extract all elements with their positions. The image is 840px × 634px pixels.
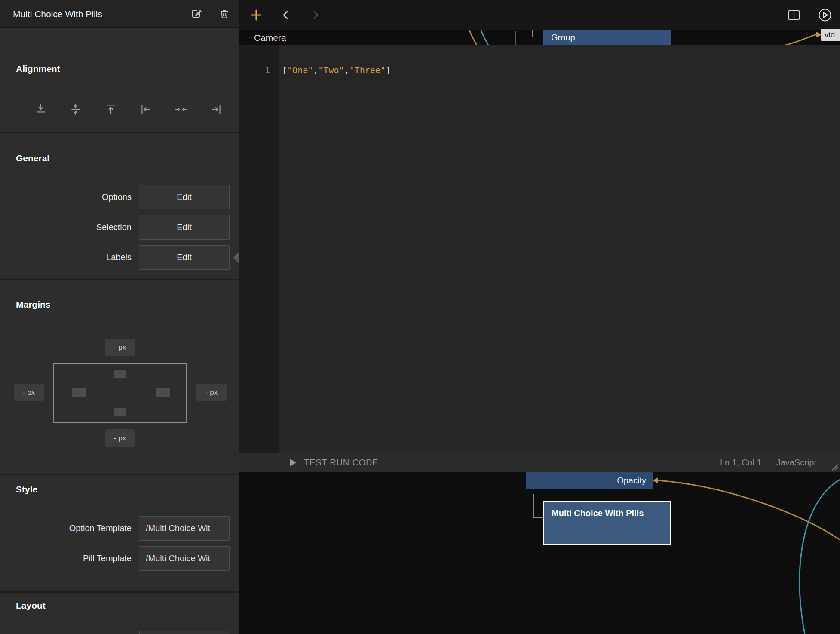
group-node[interactable]: Group [543, 30, 671, 45]
rename-icon[interactable] [189, 7, 204, 22]
margin-left-button[interactable]: - px [14, 384, 44, 401]
canvas-toolbar [239, 0, 840, 30]
layout-partial-button[interactable] [139, 631, 230, 634]
labels-row: Labels Edit [0, 245, 230, 270]
margin-bottom-button[interactable]: - px [105, 429, 135, 447]
group-child-bracket [533, 30, 543, 37]
code-token: "Three" [349, 65, 386, 75]
section-divider [0, 279, 239, 280]
margin-right-handle [156, 388, 170, 397]
inspector-title: Multi Choice With Pills [13, 0, 102, 28]
opacity-node[interactable]: Opacity [526, 472, 653, 489]
inspector-header: Multi Choice With Pills [0, 0, 239, 28]
wire-orange-top [469, 30, 477, 45]
trash-icon[interactable] [217, 7, 232, 22]
margins-section-title: Margins [16, 299, 51, 310]
play-icon [290, 459, 297, 467]
inspector-sidebar: Multi Choice With Pills Alignment [0, 0, 239, 634]
option-template-value[interactable]: /Multi Choice Wit [139, 516, 230, 541]
align-top-icon[interactable] [101, 100, 120, 119]
code-token: , [344, 65, 349, 75]
run-icon[interactable] [817, 7, 833, 23]
code-token: "One" [287, 65, 313, 75]
section-divider [0, 132, 239, 133]
code-line: ["One","Two","Three"] [279, 45, 840, 78]
cursor-position: Ln 1, Col 1 [720, 458, 762, 468]
code-input[interactable]: ["One","Two","Three"] [279, 45, 840, 453]
selection-edit-button[interactable]: Edit [139, 215, 230, 240]
forward-icon[interactable] [308, 7, 323, 23]
code-token: "Two" [318, 65, 344, 75]
options-edit-button[interactable]: Edit [139, 185, 230, 209]
align-left-icon[interactable] [136, 100, 155, 119]
general-section-title: General [16, 153, 49, 163]
labels-label: Labels [0, 252, 132, 262]
resize-grip-icon[interactable] [831, 463, 839, 471]
mcwp-child-bracket [534, 494, 543, 517]
section-divider [0, 474, 239, 475]
editor-popover-arrow [233, 252, 239, 264]
wire-teal-bottom [800, 480, 840, 634]
add-patch-icon[interactable] [248, 7, 264, 23]
options-row: Options Edit [0, 185, 230, 209]
editor-gutter: 1 [239, 45, 279, 453]
labels-edit-button[interactable]: Edit [139, 245, 230, 270]
pill-template-row: Pill Template /Multi Choice Wit [0, 546, 230, 571]
align-vertical-center-icon[interactable] [66, 100, 85, 119]
margin-top-handle [114, 370, 126, 378]
app-window: Multi Choice With Pills Alignment [0, 0, 840, 634]
code-token: , [313, 65, 318, 75]
margin-top-button[interactable]: - px [105, 339, 135, 356]
camera-node-title[interactable]: Camera [254, 33, 286, 43]
split-view-icon[interactable] [786, 7, 802, 23]
align-horizontal-center-icon[interactable] [172, 100, 190, 119]
layout-section-title: Layout [16, 600, 46, 611]
selected-patch-node[interactable]: Multi Choice With Pills [543, 501, 671, 545]
editor-statusbar: TEST RUN CODE Ln 1, Col 1 JavaScript [239, 453, 840, 472]
patch-editor-area: Camera Group Opacity Multi Choice With P… [239, 0, 840, 634]
options-label: Options [0, 192, 132, 202]
test-run-code-label: TEST RUN CODE [304, 458, 378, 468]
alignment-section-title: Alignment [16, 64, 60, 74]
selection-row: Selection Edit [0, 215, 230, 240]
code-token: ] [386, 65, 391, 75]
margin-bottom-handle [114, 408, 126, 416]
code-token: [ [282, 65, 287, 75]
option-template-row: Option Template /Multi Choice Wit [0, 516, 230, 541]
video-node[interactable]: vid [821, 29, 840, 41]
section-divider [0, 591, 239, 593]
selection-label: Selection [0, 222, 132, 232]
line-number: 1 [265, 62, 270, 78]
pill-template-value[interactable]: /Multi Choice Wit [139, 546, 230, 571]
align-bottom-icon[interactable] [31, 100, 50, 119]
margin-left-handle [72, 388, 86, 397]
align-right-icon[interactable] [207, 100, 226, 119]
style-section-title: Style [16, 484, 37, 495]
code-editor-panel: 1 ["One","Two","Three"] TEST RUN CODE Ln… [239, 45, 840, 472]
pill-template-label: Pill Template [0, 554, 132, 563]
back-icon[interactable] [278, 7, 294, 23]
option-template-label: Option Template [0, 523, 132, 533]
wire-teal-top [481, 30, 488, 45]
margin-right-button[interactable]: - px [196, 384, 227, 401]
test-run-code-button[interactable]: TEST RUN CODE [290, 458, 378, 468]
language-indicator: JavaScript [776, 458, 816, 468]
wire-orange-vid [785, 34, 816, 45]
